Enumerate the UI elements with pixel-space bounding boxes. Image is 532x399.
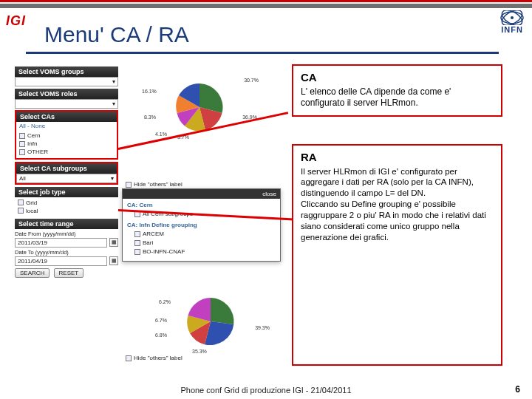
popup-item[interactable]: BO-INFN-CNAF	[127, 248, 276, 256]
popup-item[interactable]: Bari	[127, 239, 276, 248]
all-none-link[interactable]: All - None	[16, 122, 117, 130]
page-title: Menu' CA / RA	[44, 22, 189, 47]
ca-item[interactable]: Infn	[19, 140, 114, 148]
chevron-down-icon[interactable]: ▾	[111, 175, 114, 182]
callout-ca-title: CA	[301, 70, 494, 85]
search-button[interactable]: SEARCH	[15, 268, 50, 278]
date-from-label: Date From (yyyy/mm/dd)	[15, 231, 118, 237]
ca-item[interactable]: Cern	[19, 132, 114, 140]
chevron-down-icon[interactable]: ▾	[112, 78, 115, 85]
callout-ra-title: RA	[301, 150, 494, 165]
subgroup-popup: close CA: Cern All Cern subgroups CA: In…	[122, 188, 281, 262]
svg-point-3	[511, 16, 514, 19]
hdr-subgroups[interactable]: Select CA subgroups	[16, 163, 117, 174]
callout-ra-body: Il server HLRmon di IGI e' configurato p…	[301, 166, 494, 244]
date-from-input[interactable]: 2011/03/19	[15, 238, 107, 248]
popup-ca-label: CA: Cern	[127, 201, 276, 210]
footer-text: Phone conf Grid di produzione IGI - 21/0…	[0, 386, 532, 395]
subgroup-selection-box: Select CA subgroups All▾	[15, 162, 118, 185]
ca-selection-box: Select CAs All - None Cern Infn OTHER	[15, 110, 118, 160]
calendar-icon[interactable]: ▦	[109, 256, 118, 265]
chevron-down-icon[interactable]: ▾	[112, 100, 115, 107]
hdr-cas[interactable]: Select CAs	[16, 112, 117, 122]
popup-item[interactable]: ARCEM	[127, 230, 276, 239]
logo-left: IGI	[6, 13, 26, 29]
date-to-input[interactable]: 2011/04/19	[15, 256, 107, 266]
page-number: 6	[515, 384, 520, 395]
jobtype-item[interactable]: local	[18, 207, 115, 215]
callout-ca: CA L' elenco delle CA dipende da come e'…	[292, 64, 502, 117]
popup-ca-label: CA: Infn Define grouping	[127, 221, 276, 230]
hide-others-checkbox[interactable]: Hide "others" label	[126, 355, 183, 361]
jobtype-item[interactable]: Grid	[18, 199, 115, 207]
title-underline	[26, 52, 499, 54]
callout-ra: RA Il server HLRmon di IGI e' configurat…	[292, 144, 502, 366]
hdr-timerange[interactable]: Select time range	[15, 219, 118, 229]
app-screenshot: Select VOMS groups ▾ Select VOMS roles ▾…	[15, 66, 288, 362]
date-to-label: Date To (yyyy/mm/dd)	[15, 249, 118, 256]
reset-button[interactable]: RESET	[54, 268, 84, 278]
logo-right: INFN	[499, 10, 525, 34]
pie-chart-2: 39.3% 35.3% 6.8% 6.7% 6.2%	[166, 288, 255, 355]
ca-item[interactable]: OTHER	[19, 148, 114, 156]
infn-oval-icon	[499, 10, 525, 25]
hdr-jobtype[interactable]: Select job type	[15, 187, 118, 197]
hdr-voms-roles[interactable]: Select VOMS roles	[15, 89, 118, 99]
callout-ca-body: L' elenco delle CA dipende da come e' co…	[301, 86, 494, 109]
hdr-voms-groups[interactable]: Select VOMS groups	[15, 66, 118, 77]
calendar-icon[interactable]: ▦	[109, 238, 118, 247]
close-link[interactable]: close	[262, 191, 276, 197]
hide-others-checkbox[interactable]: Hide "others" label	[126, 181, 183, 188]
